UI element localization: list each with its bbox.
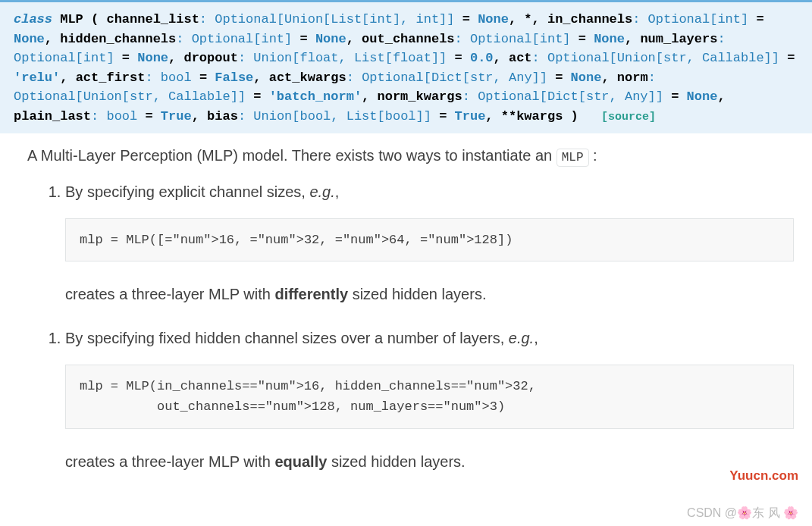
item1-desc: creates a three-layer MLP with different… [65, 283, 794, 305]
class-signature: class MLP ( channel_list: Optional[Union… [0, 0, 812, 133]
intro-text: A Multi-Layer Perception (MLP) model. Th… [27, 147, 556, 164]
item2-em: e.g. [509, 330, 534, 346]
item2-text: By specifying fixed hidden channel sizes… [65, 330, 509, 346]
item1-suffix: , [335, 183, 340, 200]
intro-paragraph: A Multi-Layer Perception (MLP) model. Th… [27, 144, 794, 167]
instantiate-list-1: By specifying explicit channel sizes, e.… [27, 180, 794, 305]
item2-suffix: , [534, 330, 538, 346]
instantiate-list-2: By specifying fixed hidden channel sizes… [27, 327, 794, 472]
source-link[interactable]: [source] [601, 111, 656, 124]
watermark-red: Yuucn.com [729, 466, 798, 486]
item2-desc: creates a three-layer MLP with equally s… [65, 450, 794, 473]
list-item: By specifying explicit channel sizes, e.… [65, 180, 794, 305]
doc-content: A Multi-Layer Perception (MLP) model. Th… [0, 133, 812, 473]
item1-text: By specifying explicit channel sizes, [65, 183, 309, 200]
code-block-2: mlp = MLP(in_channels=="num">16, hidden_… [65, 365, 794, 428]
inline-code-mlp: MLP [556, 149, 589, 167]
list-item: By specifying fixed hidden channel sizes… [65, 327, 794, 472]
item1-em: e.g. [309, 183, 334, 200]
code-block-1: mlp = MLP([="num">16, ="num">32, ="num">… [65, 218, 794, 261]
intro-suffix: : [589, 147, 597, 164]
